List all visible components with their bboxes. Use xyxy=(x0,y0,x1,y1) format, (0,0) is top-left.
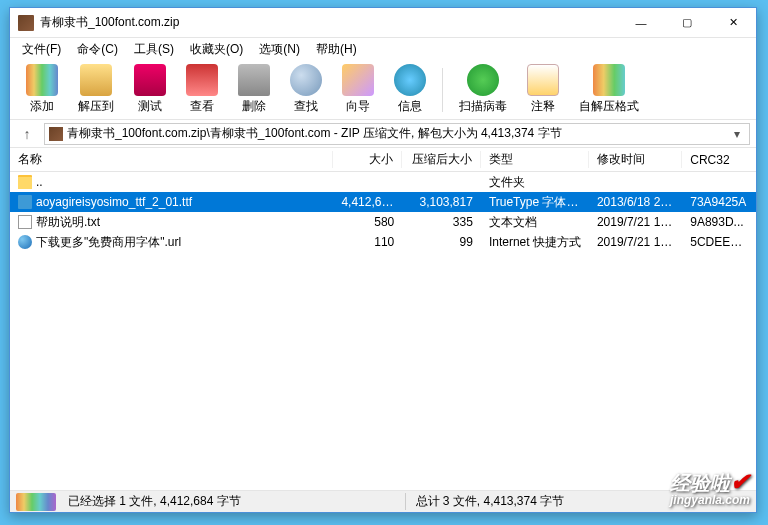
archive-window: 青柳隶书_100font.com.zip ― ▢ ✕ 文件(F) 命令(C) 工… xyxy=(9,7,757,513)
menu-commands[interactable]: 命令(C) xyxy=(69,39,126,60)
file-row[interactable]: 帮助说明.txt 580 335 文本文档 2019/7/21 18... 9A… xyxy=(10,212,756,232)
address-dropdown-icon[interactable]: ▾ xyxy=(729,127,745,141)
close-button[interactable]: ✕ xyxy=(710,8,756,37)
find-icon xyxy=(290,64,322,96)
file-list: .. 文件夹 aoyagireisyosimo_ttf_2_01.ttf 4,4… xyxy=(10,172,756,490)
file-row[interactable]: 下载更多"免费商用字体".url 110 99 Internet 快捷方式 20… xyxy=(10,232,756,252)
add-button[interactable]: 添加 xyxy=(16,62,68,117)
maximize-button[interactable]: ▢ xyxy=(664,8,710,37)
titlebar: 青柳隶书_100font.com.zip ― ▢ ✕ xyxy=(10,8,756,38)
comment-button[interactable]: 注释 xyxy=(517,62,569,117)
header-crc[interactable]: CRC32 xyxy=(682,153,756,167)
status-icon xyxy=(16,493,56,511)
toolbar: 添加 解压到 测试 查看 删除 查找 向导 信息 扫描病毒 注释 自解压格式 xyxy=(10,60,756,120)
comment-icon xyxy=(527,64,559,96)
minimize-button[interactable]: ― xyxy=(618,8,664,37)
addressbar: ↑ 青柳隶书_100font.com.zip\青柳隶书_100font.com … xyxy=(10,120,756,148)
header-name[interactable]: 名称 xyxy=(10,151,333,168)
menu-favorites[interactable]: 收藏夹(O) xyxy=(182,39,251,60)
add-icon xyxy=(26,64,58,96)
test-button[interactable]: 测试 xyxy=(124,62,176,117)
info-button[interactable]: 信息 xyxy=(384,62,436,117)
header-type[interactable]: 类型 xyxy=(481,151,589,168)
column-headers: 名称 大小 压缩后大小 类型 修改时间 CRC32 xyxy=(10,148,756,172)
info-icon xyxy=(394,64,426,96)
header-date[interactable]: 修改时间 xyxy=(589,151,682,168)
url-icon xyxy=(18,235,32,249)
file-row[interactable]: aoyagireisyosimo_ttf_2_01.ttf 4,412,684 … xyxy=(10,192,756,212)
sfx-button[interactable]: 自解压格式 xyxy=(569,62,649,117)
app-icon xyxy=(18,15,34,31)
folder-icon xyxy=(18,175,32,189)
menu-tools[interactable]: 工具(S) xyxy=(126,39,182,60)
menubar: 文件(F) 命令(C) 工具(S) 收藏夹(O) 选项(N) 帮助(H) xyxy=(10,38,756,60)
scan-button[interactable]: 扫描病毒 xyxy=(449,62,517,117)
window-title: 青柳隶书_100font.com.zip xyxy=(40,14,618,31)
view-button[interactable]: 查看 xyxy=(176,62,228,117)
toolbar-separator xyxy=(442,68,443,112)
view-icon xyxy=(186,64,218,96)
parent-folder-row[interactable]: .. 文件夹 xyxy=(10,172,756,192)
window-controls: ― ▢ ✕ xyxy=(618,8,756,37)
header-packed[interactable]: 压缩后大小 xyxy=(402,151,481,168)
menu-help[interactable]: 帮助(H) xyxy=(308,39,365,60)
delete-icon xyxy=(238,64,270,96)
archive-icon xyxy=(49,127,63,141)
statusbar: 已经选择 1 文件, 4,412,684 字节 总计 3 文件, 4,413,3… xyxy=(10,490,756,512)
extract-button[interactable]: 解压到 xyxy=(68,62,124,117)
test-icon xyxy=(134,64,166,96)
scan-icon xyxy=(467,64,499,96)
font-icon xyxy=(18,195,32,209)
wizard-button[interactable]: 向导 xyxy=(332,62,384,117)
header-size[interactable]: 大小 xyxy=(333,151,402,168)
text-file-icon xyxy=(18,215,32,229)
address-field[interactable]: 青柳隶书_100font.com.zip\青柳隶书_100font.com - … xyxy=(44,123,750,145)
status-selection: 已经选择 1 文件, 4,412,684 字节 xyxy=(62,493,406,510)
menu-options[interactable]: 选项(N) xyxy=(251,39,308,60)
status-total: 总计 3 文件, 4,413,374 字节 xyxy=(406,493,757,510)
delete-button[interactable]: 删除 xyxy=(228,62,280,117)
wizard-icon xyxy=(342,64,374,96)
menu-file[interactable]: 文件(F) xyxy=(14,39,69,60)
sfx-icon xyxy=(593,64,625,96)
extract-icon xyxy=(80,64,112,96)
find-button[interactable]: 查找 xyxy=(280,62,332,117)
up-button[interactable]: ↑ xyxy=(16,123,38,145)
address-path: 青柳隶书_100font.com.zip\青柳隶书_100font.com - … xyxy=(67,125,725,142)
